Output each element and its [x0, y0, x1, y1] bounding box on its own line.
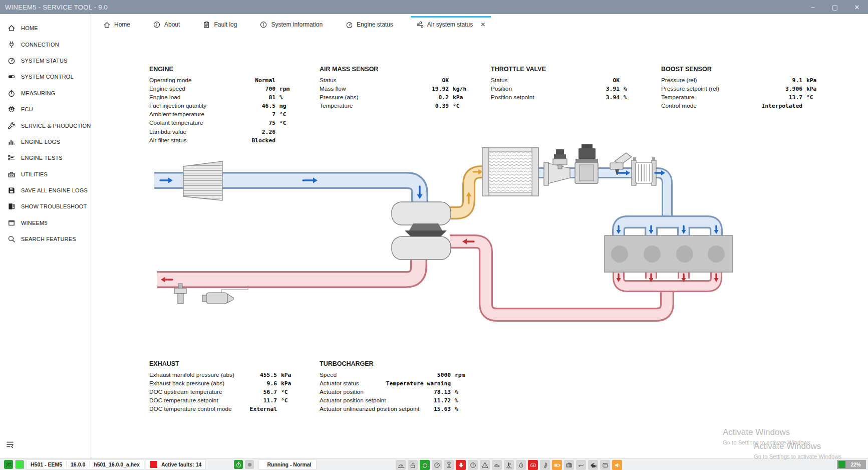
sidebar-item-label: WINEEM5	[21, 220, 48, 226]
panel-row: Control mode Interpolated	[661, 102, 826, 110]
hex-file-name: h501_16.0.0_a.hex	[90, 461, 144, 467]
sidebar-item-system-status[interactable]: SYSTEM STATUS	[0, 53, 91, 69]
close-button[interactable]: ✕	[846, 0, 868, 14]
row-value: 75	[203, 119, 275, 127]
tab-system-information[interactable]: System information	[254, 16, 328, 32]
tab-home[interactable]: Home	[98, 16, 136, 32]
row-value: 11.7	[218, 396, 277, 405]
sidebar-item-label: ENGINE TESTS	[21, 155, 63, 161]
panel-row: Position setpoint 3.94 %	[491, 93, 644, 102]
chip-icon	[8, 105, 16, 113]
turbocharger	[392, 202, 451, 260]
throttle-valve	[575, 144, 598, 183]
engine-icon	[588, 460, 598, 470]
row-value: 19.92	[346, 85, 449, 93]
row-value: 9.1	[697, 76, 802, 85]
row-value: 13.7	[694, 93, 802, 102]
air-system-diagram	[150, 144, 741, 331]
sidebar-item-home[interactable]: HOME	[0, 20, 91, 36]
row-value: 455.5	[234, 371, 277, 379]
close-tab-icon[interactable]: ✕	[480, 21, 485, 28]
tab-label: Engine status	[357, 21, 393, 28]
speaker-icon[interactable]	[612, 460, 622, 470]
exclamation-circle-icon	[468, 460, 478, 470]
panel-row: Position 3.91 %	[491, 85, 644, 93]
active-faults-label: Active faults: 14	[161, 461, 202, 467]
tab-air-system-status[interactable]: Air system status ✕	[411, 16, 491, 32]
sidebar-item-show-troubleshoot[interactable]: SHOW TROUBLESHOOT	[0, 198, 91, 214]
sidebar-item-measuring[interactable]: MEASURING	[0, 85, 91, 101]
panel-row: Exhaust manifold pressure (abs) 455.5 kP…	[149, 371, 301, 379]
panel-row: Pressure setpoint (rel) 3.906 kPa	[661, 85, 826, 93]
oil-icon	[492, 460, 502, 470]
maximize-button[interactable]: ▢	[824, 0, 846, 14]
row-unit: kg/h	[453, 85, 473, 93]
collapse-sidebar-icon[interactable]	[6, 440, 15, 449]
panel-title: AIR MASS SENSOR	[320, 66, 473, 73]
row-unit: kPa	[281, 379, 301, 388]
panel-row: Lambda value 2.26	[149, 128, 300, 136]
row-label: Lambda value	[149, 128, 186, 136]
firmware-version: 16.0.0	[67, 461, 90, 467]
charge-pipe	[445, 172, 488, 213]
minimize-button[interactable]: –	[802, 0, 824, 14]
tab-about[interactable]: About	[148, 16, 185, 32]
row-unit: °C	[279, 110, 300, 119]
panel-row: Air filter status Blocked	[149, 136, 300, 145]
sidebar-item-wineem5[interactable]: WINEEM5	[0, 215, 91, 231]
stopwatch-button[interactable]	[234, 460, 243, 469]
panel-engine: ENGINE Operating mode Normal Engine spee…	[149, 66, 300, 145]
tab-fault-log[interactable]: Fault log	[197, 16, 242, 32]
particulate-filter-icon	[600, 460, 610, 470]
row-label: Temperature	[661, 93, 694, 102]
radiator-icon	[564, 460, 574, 470]
record-indicator-button[interactable]	[245, 460, 254, 469]
sidebar-item-label: SEARCH FEATURES	[21, 236, 76, 242]
info-icon	[260, 21, 267, 29]
row-value: 56.7	[222, 388, 277, 396]
power-ok-icon	[420, 460, 430, 470]
fluid-drop-icon	[516, 460, 526, 470]
sidebar-item-service-production[interactable]: SERVICE & PRODUCTION	[0, 117, 91, 133]
book-icon	[8, 202, 16, 210]
title-bar: WINEEM5 - SERVICE TOOL - 9.0 –▢✕	[0, 0, 868, 14]
row-label: Operating mode	[149, 76, 192, 85]
sidebar-item-utilities[interactable]: UTILITIES	[0, 166, 91, 182]
panel-exhaust: EXHAUST Exhaust manifold pressure (abs) …	[149, 360, 301, 413]
row-label: Pressure (rel)	[661, 76, 697, 85]
tab-engine-status[interactable]: Engine status	[340, 16, 399, 32]
sidebar-item-engine-tests[interactable]: ENGINE TESTS	[0, 150, 91, 166]
window-title: WINEEM5 - SERVICE TOOL - 9.0	[0, 4, 108, 11]
row-unit: °C	[281, 396, 301, 405]
sidebar-item-ecu[interactable]: ECU	[0, 101, 91, 117]
tab-label: About	[164, 21, 180, 28]
panel-row: Fuel injection quantity 46.5 mg	[149, 102, 300, 110]
tab-label: Home	[114, 21, 130, 28]
row-unit: kPa	[453, 93, 473, 102]
panel-row: Exhaust back pressure (abs) 9.6 kPa	[149, 379, 301, 388]
sidebar-item-connection[interactable]: CONNECTION	[0, 36, 91, 52]
device-name: H501 - EEM5	[27, 461, 67, 467]
sidebar-item-search-features[interactable]: SEARCH FEATURES	[0, 231, 91, 247]
window-controls: –▢✕	[802, 0, 868, 14]
row-unit: °C	[281, 388, 301, 396]
battery-charge-icon	[552, 460, 562, 470]
exhaust-pipe	[157, 256, 419, 280]
sidebar-item-system-control[interactable]: SYSTEM CONTROL	[0, 69, 91, 85]
tab-label: Fault log	[214, 21, 237, 28]
sidebar-item-engine-logs[interactable]: ENGINE LOGS	[0, 134, 91, 150]
row-label: DOC temperature control mode	[149, 405, 232, 413]
sidebar-item-label: ECU	[21, 106, 33, 112]
panel-air-mass-sensor: AIR MASS SENSOR Status OK Mass flow 19.9…	[320, 66, 473, 110]
panel-row: Pressure (abs) 0.2 kPa	[320, 93, 473, 102]
sidebar-item-save-all-engine-logs[interactable]: SAVE ALL ENGINE LOGS	[0, 182, 91, 198]
sidebar-item-label: SHOW TROUBLESHOOT	[21, 203, 87, 209]
stopwatch-icon	[8, 89, 16, 97]
row-label: Position	[491, 85, 512, 93]
dial-icon	[432, 460, 442, 470]
row-value: 11.72	[386, 396, 451, 405]
home-icon	[8, 24, 16, 32]
fault-log-icon	[203, 21, 210, 29]
thermometer-icon	[540, 460, 550, 470]
sidebar-item-label: SYSTEM CONTROL	[21, 74, 74, 80]
